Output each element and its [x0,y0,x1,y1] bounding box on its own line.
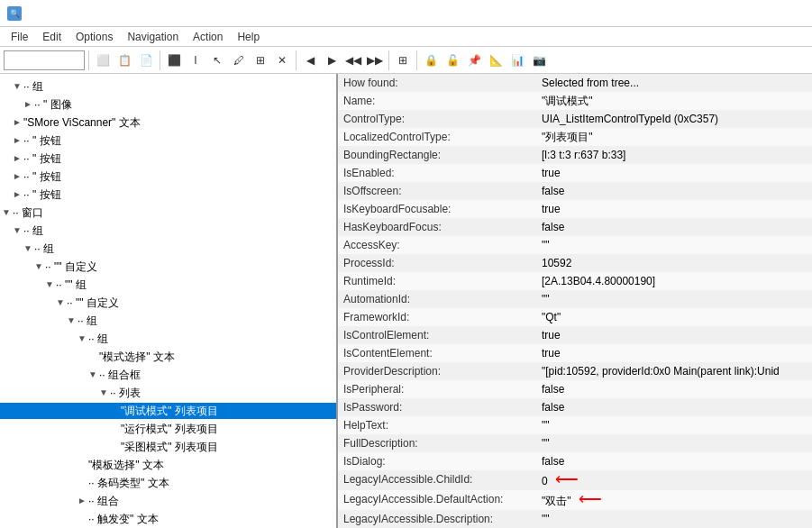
tree-expander-3[interactable]: ► [22,96,34,113]
tree-node-6[interactable]: ►·· " 按钮 [0,150,336,168]
maximize-button[interactable] [763,4,783,23]
tree-node-10[interactable]: ▼·· 组 [0,222,336,240]
props-value-15: "[pid:10592, providerId:0x0 Main(parent … [536,362,812,380]
props-value-5: false [536,182,812,200]
tree-label-22: "采图模式" 列表项目 [121,439,218,455]
tree-node-5[interactable]: ►·· " 按钮 [0,132,336,150]
tree-node-14[interactable]: ▼·· "" 自定义 [0,294,336,312]
tree-node-12[interactable]: ▼·· "" 自定义 [0,258,336,276]
tree-expander-5[interactable]: ► [11,132,23,149]
tree-expander-16[interactable]: ▼ [76,331,88,347]
tree-expander-7[interactable]: ► [11,168,23,185]
toolbar-btn-7[interactable]: 🖊 [229,50,249,70]
toolbar-btn-4[interactable]: ⬛ [164,50,184,70]
tree-node-16[interactable]: ▼·· 组 [0,330,336,348]
props-value-11: "" [536,290,812,308]
tree-expander-14[interactable]: ▼ [54,295,67,311]
tree-expander-12[interactable]: ▼ [32,259,45,275]
tree-node-15[interactable]: ▼·· 组 [0,312,336,330]
tree-label-3: ·· " 图像 [34,96,72,113]
props-key-15: ProviderDescription: [338,362,536,380]
menu-edit[interactable]: Edit [35,27,68,47]
toolbar-btn-14[interactable]: ⊞ [393,50,413,70]
tree-node-2[interactable]: ▼·· 组 [0,77,336,96]
tree-node-24[interactable]: ·· 条码类型" 文本 [0,474,336,492]
tree-node-23[interactable]: "模板选择" 文本 [0,456,336,474]
tree-node-3[interactable]: ►·· " 图像 [0,96,336,114]
tree-label-20: "调试模式" 列表项目 [121,403,218,419]
tree-expander-9[interactable]: ▼ [0,205,13,221]
menu-file[interactable]: File [4,27,35,47]
toolbar-btn-6[interactable]: ↖ [207,50,227,70]
minimize-button[interactable] [742,4,762,23]
tree-expander-19[interactable]: ▼ [97,385,110,401]
toolbar-btn-3[interactable]: 📄 [136,50,156,70]
props-value-7: false [536,218,812,236]
tree-expander-25[interactable]: ► [76,493,88,509]
tree-node-13[interactable]: ▼·· "" 组 [0,276,336,294]
tree-expander-10[interactable]: ▼ [11,223,23,239]
toolbar-btn-18[interactable]: 📐 [486,50,506,70]
toolbar-btn-12[interactable]: ◀◀ [343,50,363,70]
props-value-3: [l:3 t:3 r:637 b:33] [536,146,812,164]
automation-type-combo[interactable] [4,50,85,70]
props-value-8: "" [536,236,812,254]
tree-node-11[interactable]: ▼·· 组 [0,240,336,258]
toolbar-btn-2[interactable]: 📋 [114,50,134,70]
tree-node-26[interactable]: ·· 触发变" 文本 [0,510,336,528]
tree-node-21[interactable]: "运行模式" 列表项目 [0,420,336,438]
close-button[interactable] [785,4,805,23]
toolbar-btn-1[interactable]: ⬜ [93,50,113,70]
how-found-key: How found: [338,74,536,92]
props-row-20: IsDialog:false [338,452,812,470]
tree-node-25[interactable]: ►·· 组合 [0,492,336,510]
tree-node-22[interactable]: "采图模式" 列表项目 [0,438,336,456]
props-row-16: IsPeripheral:false [338,380,812,398]
tree-label-12: ·· "" 自定义 [45,259,97,275]
props-key-16: IsPeripheral: [338,380,536,398]
tree-node-18[interactable]: ▼·· 组合框 [0,366,336,384]
props-row-14: IsContentElement:true [338,344,812,362]
toolbar-btn-15[interactable]: 🔒 [421,50,441,70]
tree-label-25: ·· 组合 [88,493,119,509]
toolbar-btn-19[interactable]: 📊 [507,50,527,70]
tree-expander-2[interactable]: ▼ [11,78,23,95]
tree-expander-6[interactable]: ► [11,150,23,167]
tree-node-20[interactable]: "调试模式" 列表项目 [0,402,336,420]
props-value-9: 10592 [536,254,812,272]
toolbar-btn-20[interactable]: 📷 [529,50,549,70]
tree-node-4[interactable]: ►"SMore ViScanner" 文本 [0,114,336,132]
tree-node-9[interactable]: ▼·· 窗口 [0,204,336,222]
app-icon: 🔍 [7,6,22,21]
toolbar-btn-13[interactable]: ▶▶ [365,50,385,70]
menu-action[interactable]: Action [186,27,230,47]
tree-expander-15[interactable]: ▼ [65,313,78,329]
toolbar-btn-10[interactable]: ◀ [300,50,320,70]
toolbar-btn-16[interactable]: 🔓 [442,50,462,70]
props-row-15: ProviderDescription:"[pid:10592, provide… [338,362,812,380]
toolbar-btn-11[interactable]: ▶ [322,50,342,70]
tree-expander-13[interactable]: ▼ [43,277,56,293]
tree-node-17[interactable]: "模式选择" 文本 [0,348,336,366]
tree-expander-4[interactable]: ► [11,114,23,131]
toolbar-sep-3 [296,50,297,70]
toolbar-btn-17[interactable]: 📌 [464,50,484,70]
tree-node-7[interactable]: ►·· " 按钮 [0,168,336,186]
tree-expander-1[interactable]: ▼ [0,74,13,77]
tree-node-8[interactable]: ►·· " 按钮 [0,186,336,204]
menu-navigation[interactable]: Navigation [120,27,186,47]
toolbar-btn-9[interactable]: ✕ [272,50,292,70]
toolbar-btn-8[interactable]: ⊞ [251,50,270,70]
menu-options[interactable]: Options [68,27,120,47]
tree-node-19[interactable]: ▼·· 列表 [0,384,336,402]
tree-expander-18[interactable]: ▼ [87,367,99,383]
title-bar-left: 🔍 [7,6,27,21]
props-panel: How found:Selected from tree...Name:"调试模… [338,74,812,528]
toolbar: ⬜ 📋 📄 ⬛ I ↖ 🖊 ⊞ ✕ ◀ ▶ ◀◀ ▶▶ ⊞ 🔒 🔓 📌 📐 📊 … [0,47,812,74]
toolbar-btn-5[interactable]: I [186,50,205,70]
tree-label-26: ·· 触发变" 文本 [88,511,159,527]
tree-expander-11[interactable]: ▼ [22,241,34,257]
tree-expander-8[interactable]: ► [11,187,23,203]
props-key-12: FrameworkId: [338,308,536,326]
menu-help[interactable]: Help [230,27,267,47]
